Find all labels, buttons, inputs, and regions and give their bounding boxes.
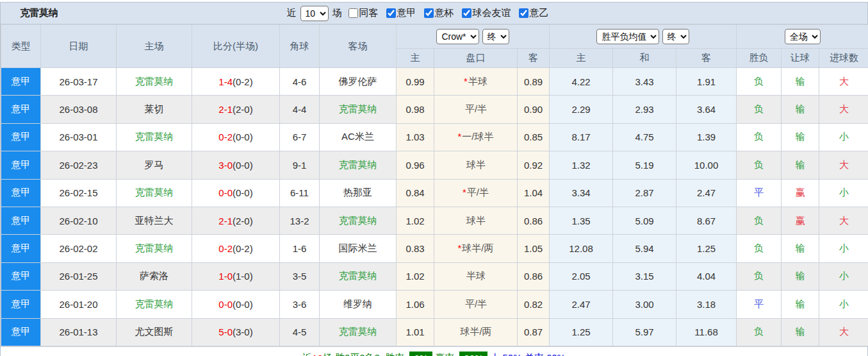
away-team-name[interactable]: 克雷莫纳 bbox=[339, 326, 377, 337]
home-team-name[interactable]: 克雷莫纳 bbox=[135, 242, 174, 253]
avg-type-select[interactable]: 胜平负均值 bbox=[596, 29, 659, 44]
fulltime-score: 0-2 bbox=[218, 131, 233, 142]
filter-italy-cup[interactable]: 意杯 bbox=[420, 7, 454, 19]
table-row: 意甲 26-01-20 克雷莫纳 0-0(0-0) 3-6 维罗纳 1.06 平… bbox=[1, 291, 868, 318]
handicap-name: 平/半 bbox=[465, 298, 487, 309]
result-wdl-cell: 负 bbox=[737, 151, 782, 179]
away-team-name[interactable]: 克雷莫纳 bbox=[339, 215, 377, 226]
away-team-name[interactable]: 维罗纳 bbox=[343, 298, 372, 309]
away-team-cell[interactable]: 热那亚 bbox=[320, 179, 397, 207]
away-team-cell[interactable]: 克雷莫纳 bbox=[320, 96, 397, 123]
score-cell: 5-0(3-0) bbox=[192, 318, 280, 346]
filter-serie-a[interactable]: 意甲 bbox=[382, 7, 416, 19]
score-cell: 0-2(0-0) bbox=[192, 123, 280, 151]
away-team-name[interactable]: 克雷莫纳 bbox=[339, 103, 377, 114]
away-team-cell[interactable]: AC米兰 bbox=[320, 123, 397, 151]
away-team-cell[interactable]: 克雷莫纳 bbox=[320, 262, 397, 290]
away-team-cell[interactable]: 佛罗伦萨 bbox=[320, 68, 397, 96]
away-team-name[interactable]: 热那亚 bbox=[343, 187, 372, 198]
home-team-cell[interactable]: 罗马 bbox=[117, 151, 192, 179]
home-team-name[interactable]: 克雷莫纳 bbox=[135, 131, 174, 142]
club-friendly-checkbox[interactable] bbox=[462, 8, 471, 18]
home-team-cell[interactable]: 克雷莫纳 bbox=[117, 235, 192, 262]
date-cell: 26-02-10 bbox=[41, 207, 117, 234]
same-venue-checkbox[interactable] bbox=[348, 8, 358, 18]
home-team-name[interactable]: 克雷莫纳 bbox=[135, 76, 174, 87]
result-wdl: 平 bbox=[754, 298, 764, 309]
score-cell: 1-0(1-0) bbox=[192, 262, 280, 290]
away-team-cell[interactable]: 克雷莫纳 bbox=[320, 207, 397, 234]
filter-serie-b[interactable]: 意乙 bbox=[515, 7, 549, 19]
filter-same-venue[interactable]: 同客 bbox=[345, 7, 379, 19]
result-wdl: 负 bbox=[754, 270, 764, 281]
away-team-name[interactable]: 克雷莫纳 bbox=[339, 270, 377, 281]
result-goals-cell: 大 bbox=[819, 96, 868, 123]
home-team-cell[interactable]: 尤文图斯 bbox=[117, 318, 192, 346]
home-team-name[interactable]: 尤文图斯 bbox=[135, 326, 174, 337]
home-team-cell[interactable]: 克雷莫纳 bbox=[117, 179, 192, 207]
home-team-name[interactable]: 萨索洛 bbox=[140, 270, 168, 281]
serie-a-checkbox[interactable] bbox=[386, 8, 396, 18]
away-team-name[interactable]: 克雷莫纳 bbox=[339, 159, 377, 170]
home-team-name[interactable]: 罗马 bbox=[145, 159, 164, 170]
fulltime-score: 3-0 bbox=[218, 160, 233, 171]
fulltime-score: 1-4 bbox=[218, 76, 233, 87]
odds-company-select[interactable]: Crow* bbox=[436, 29, 479, 44]
table-row: 意甲 26-01-13 尤文图斯 5-0(3-0) 4-5 克雷莫纳 1.01 … bbox=[1, 318, 868, 346]
handicap-name: 一/球半 bbox=[462, 131, 493, 142]
table-row: 意甲 26-03-01 克雷莫纳 0-2(0-0) 6-7 AC米兰 1.03 … bbox=[1, 123, 868, 151]
summary-bar: 近10场,胜0平2负8, 胜率:0%赢率:20%大:50% 单率:60% bbox=[1, 346, 867, 356]
odds-away-cell: 0.87 bbox=[518, 318, 550, 346]
odds-away-cell: 0.90 bbox=[518, 96, 550, 123]
away-team-name[interactable]: 国际米兰 bbox=[339, 242, 377, 253]
avg-win-cell: 12.08 bbox=[550, 235, 613, 262]
odds-state-select[interactable]: 终 bbox=[482, 29, 509, 44]
home-team-cell[interactable]: 克雷莫纳 bbox=[117, 68, 192, 96]
home-team-cell[interactable]: 萨索洛 bbox=[117, 262, 192, 290]
home-team-cell[interactable]: 亚特兰大 bbox=[117, 207, 192, 234]
home-team-cell[interactable]: 克雷莫纳 bbox=[117, 291, 192, 318]
filter-club-friendly[interactable]: 球会友谊 bbox=[458, 7, 511, 19]
handicap-cell: *半球 bbox=[434, 68, 518, 96]
avg-draw-cell: 3.43 bbox=[613, 68, 676, 96]
home-team-name[interactable]: 克雷莫纳 bbox=[135, 187, 174, 198]
recent-count-select[interactable]: 10 bbox=[300, 6, 329, 21]
handicap-star: * bbox=[457, 242, 461, 253]
recent-suffix: 场 bbox=[332, 7, 342, 19]
serie-b-checkbox[interactable] bbox=[519, 8, 528, 18]
away-team-cell[interactable]: 克雷莫纳 bbox=[320, 318, 397, 346]
away-team-cell[interactable]: 克雷莫纳 bbox=[320, 151, 397, 179]
away-team-name[interactable]: AC米兰 bbox=[341, 131, 374, 142]
date-cell: 26-01-25 bbox=[41, 262, 117, 290]
summary-handicap-label: 赢率: bbox=[435, 352, 457, 356]
score-cell: 2-1(2-0) bbox=[192, 96, 280, 123]
result-wdl-cell: 负 bbox=[737, 207, 782, 234]
odds-home-cell: 1.02 bbox=[397, 207, 434, 234]
filter-bar: 近 10 场 同客 意甲 意杯 球 bbox=[287, 6, 582, 21]
home-team-name[interactable]: 克雷莫纳 bbox=[135, 298, 174, 309]
result-handicap-cell: 输 bbox=[782, 151, 819, 179]
home-team-name[interactable]: 莱切 bbox=[145, 103, 164, 114]
col-header-avg-win: 主 bbox=[550, 49, 613, 68]
summary-recent-label: 近 bbox=[302, 352, 312, 356]
odds-away-cell: 0.86 bbox=[518, 262, 550, 290]
away-team-cell[interactable]: 国际米兰 bbox=[320, 235, 397, 262]
away-team-name[interactable]: 佛罗伦萨 bbox=[339, 76, 377, 87]
handicap-cell: 平/半 bbox=[434, 96, 518, 123]
corners-cell: 9-1 bbox=[280, 151, 320, 179]
result-goals-cell: 大 bbox=[819, 318, 868, 346]
result-wdl: 平 bbox=[754, 187, 764, 198]
col-header-odds-home: 主 bbox=[397, 49, 434, 68]
fulltime-select[interactable]: 全场 bbox=[785, 29, 821, 44]
home-team-cell[interactable]: 克雷莫纳 bbox=[117, 123, 192, 151]
handicap-name: 球半 bbox=[466, 215, 486, 226]
result-goals: 小 bbox=[839, 131, 849, 142]
italy-cup-checkbox[interactable] bbox=[424, 8, 434, 18]
away-team-cell[interactable]: 维罗纳 bbox=[320, 291, 397, 318]
avg-state-select[interactable]: 终 bbox=[662, 29, 689, 44]
result-goals-cell: 小 bbox=[819, 179, 868, 207]
home-team-cell[interactable]: 莱切 bbox=[117, 96, 192, 123]
result-goals-cell: 大 bbox=[819, 68, 868, 96]
corners-cell: 3-6 bbox=[280, 291, 320, 318]
home-team-name[interactable]: 亚特兰大 bbox=[135, 215, 174, 226]
